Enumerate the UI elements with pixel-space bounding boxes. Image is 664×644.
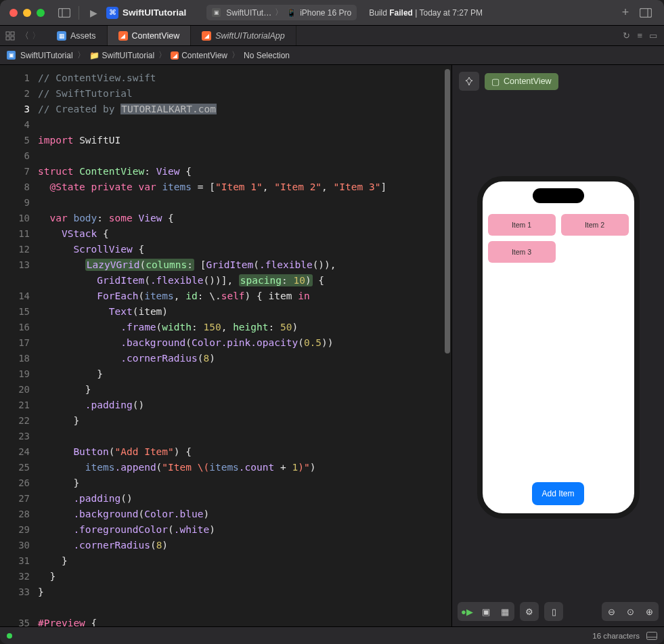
nav-forward-icon: 〉 (32, 30, 41, 42)
dynamic-island (533, 188, 584, 203)
scheme-selector[interactable]: ▣ SwiftUITut… 〉 📱 iPhone 16 Pro (206, 5, 357, 20)
scheme-name: SwiftUITut… (226, 8, 271, 18)
titlebar: ▶ ⌘ SwiftUITutorial ▣ SwiftUITut… 〉 📱 iP… (0, 0, 664, 26)
toggle-navigator-icon[interactable] (56, 5, 73, 21)
svg-rect-5 (11, 32, 14, 35)
variants-icon[interactable]: ▦ (495, 602, 514, 621)
tab-assets[interactable]: ▦ Assets (46, 26, 108, 45)
status-bar: 16 characters (0, 626, 664, 644)
svg-rect-6 (6, 37, 9, 40)
preview-toolbar: ●▶ ▣ ▦ ⚙ ▯ ⊖ ⊙ ⊕ (452, 597, 664, 626)
svg-rect-8 (647, 632, 657, 639)
toggle-inspector-icon[interactable] (637, 5, 655, 21)
selection-info: 16 characters (592, 632, 640, 640)
build-status[interactable]: Build Failed | Today at 7:27 PM (369, 8, 483, 18)
phone-frame: Item 1 Item 2 Item 3 Add Item (477, 176, 640, 519)
toggle-debug-area-icon[interactable] (646, 632, 657, 640)
code-content[interactable]: // ContentView.swift // SwiftTutorial //… (38, 65, 451, 626)
svg-rect-4 (6, 32, 9, 35)
svg-rect-7 (11, 37, 14, 40)
tab-app[interactable]: ◢ SwiftUITutorialApp (191, 26, 296, 45)
grid-item[interactable]: Item 1 (488, 214, 556, 236)
assets-icon: ▦ (57, 31, 66, 41)
swift-icon: ◢ (171, 51, 179, 60)
breadcrumb-item[interactable]: SwiftUITutorial (20, 51, 73, 60)
breadcrumb-item[interactable]: SwiftUITutorial (102, 51, 155, 60)
minimize-window[interactable] (23, 9, 31, 17)
zoom-in-icon[interactable]: ⊕ (640, 602, 659, 621)
device-icon: 📱 (286, 8, 296, 18)
stack-icon[interactable]: ≡ (637, 30, 642, 41)
add-tab-icon[interactable]: + (617, 5, 634, 21)
window-controls (9, 9, 45, 17)
code-editor[interactable]: 1234567 891011121314 1516171819202122 23… (0, 65, 451, 626)
canvas-icon: ▢ (491, 77, 500, 87)
preview-canvas[interactable]: Item 1 Item 2 Item 3 Add Item (452, 98, 664, 597)
preview-title-badge[interactable]: ▢ ContentView (485, 73, 558, 90)
swift-icon: ◢ (202, 31, 211, 41)
project-icon: ▣ (7, 51, 16, 60)
svg-rect-2 (640, 8, 652, 17)
device-settings-icon[interactable]: ⚙ (520, 602, 539, 621)
app-icon: ⌘ (106, 7, 118, 19)
zoom-window[interactable] (37, 9, 45, 17)
add-item-button[interactable]: Add Item (532, 482, 583, 505)
breadcrumb: ▣ SwiftUITutorial 〉 📁 SwiftUITutorial 〉 … (0, 46, 664, 65)
nav-back-icon[interactable]: 〈 (20, 30, 29, 42)
device-name: iPhone 16 Pro (300, 8, 351, 18)
swift-icon: ◢ (118, 31, 128, 41)
breadcrumb-item[interactable]: ContentView (181, 51, 227, 60)
preview-grid: Item 1 Item 2 Item 3 (483, 211, 634, 265)
line-gutter: 1234567 891011121314 1516171819202122 23… (0, 65, 38, 626)
layout-icon[interactable]: ▭ (649, 30, 657, 41)
selectable-icon[interactable]: ▣ (477, 602, 495, 621)
grid-item[interactable]: Item 2 (561, 214, 629, 236)
breadcrumb-item[interactable]: No Selection (244, 51, 290, 60)
preview-pane: ▢ ContentView Item 1 Item 2 Item 3 Add I… (451, 65, 664, 626)
zoom-fit-icon[interactable]: ⊙ (621, 602, 640, 621)
close-window[interactable] (9, 9, 18, 17)
pin-preview-icon[interactable] (459, 72, 479, 91)
run-button[interactable]: ▶ (85, 5, 102, 21)
folder-icon: 📁 (89, 51, 99, 60)
svg-rect-0 (59, 8, 70, 17)
related-items-icon[interactable] (5, 31, 15, 41)
project-name: SwiftUITutorial (123, 7, 186, 18)
editor-scrollbar[interactable] (442, 65, 451, 626)
refresh-icon[interactable]: ↻ (623, 30, 630, 41)
tab-bar: 〈 〉 ▦ Assets ◢ ContentView ◢ SwiftUITuto… (0, 26, 664, 46)
live-preview-icon[interactable]: ●▶ (458, 602, 477, 621)
zoom-out-icon[interactable]: ⊖ (602, 602, 621, 621)
preview-device-icon[interactable]: ▯ (544, 602, 563, 621)
status-indicator[interactable] (7, 633, 12, 639)
tab-contentview[interactable]: ◢ ContentView (108, 26, 192, 45)
grid-item[interactable]: Item 3 (488, 241, 556, 263)
